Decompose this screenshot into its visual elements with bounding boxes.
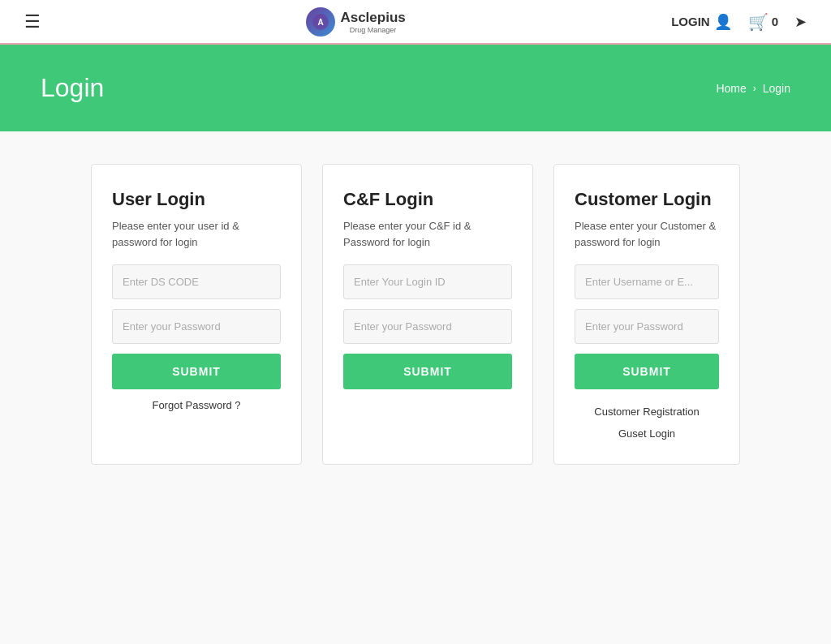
breadcrumb: Home › Login — [716, 82, 790, 95]
cf-login-title: C&F Login — [343, 189, 512, 210]
cf-password-input[interactable] — [343, 309, 512, 344]
guest-login-link[interactable]: Guset Login — [575, 427, 719, 440]
breadcrumb-separator: › — [753, 83, 756, 94]
banner: Login Home › Login — [0, 45, 831, 131]
user-password-input[interactable] — [112, 309, 281, 344]
customer-submit-button[interactable]: SUBMIT — [575, 354, 719, 389]
login-link[interactable]: LOGIN 👤 — [671, 13, 732, 31]
customer-username-input[interactable] — [575, 264, 719, 299]
header-left: ☰ — [24, 11, 41, 32]
customer-login-card: Customer Login Please enter your Custome… — [553, 164, 740, 465]
customer-password-input[interactable] — [575, 309, 719, 344]
breadcrumb-home[interactable]: Home — [716, 82, 746, 95]
customer-registration-link[interactable]: Customer Registration — [575, 406, 719, 418]
cf-login-id-input[interactable] — [343, 264, 512, 299]
user-login-title: User Login — [112, 189, 281, 210]
customer-login-title: Customer Login — [575, 189, 719, 210]
logo-icon: A — [306, 7, 335, 36]
header-right: LOGIN 👤 🛒 0 ➤ — [671, 12, 807, 32]
logo-subtitle: Drug Manager — [340, 26, 405, 34]
login-label: LOGIN — [671, 15, 710, 28]
logo-name: Asclepius — [340, 10, 405, 25]
header: ☰ A Asclepius Drug Manager LOGIN 👤 🛒 0 ➤ — [0, 0, 831, 45]
banner-title: Login — [41, 73, 104, 103]
cf-submit-button[interactable]: SUBMIT — [343, 354, 512, 389]
hamburger-icon[interactable]: ☰ — [24, 11, 41, 32]
cf-login-description: Please enter your C&F id & Password for … — [343, 218, 512, 250]
user-login-card: User Login Please enter your user id & p… — [91, 164, 302, 465]
cart-area[interactable]: 🛒 0 — [748, 12, 778, 32]
user-icon: 👤 — [714, 13, 732, 31]
user-submit-button[interactable]: SUBMIT — [112, 354, 281, 389]
forgot-password-link[interactable]: Forgot Password ? — [112, 399, 281, 411]
navigation-arrow-icon[interactable]: ➤ — [794, 13, 807, 31]
logo-area[interactable]: A Asclepius Drug Manager — [306, 7, 405, 36]
logo-text-block: Asclepius Drug Manager — [340, 10, 405, 34]
customer-login-description: Please enter your Customer & password fo… — [575, 218, 719, 250]
cf-login-card: C&F Login Please enter your C&F id & Pas… — [322, 164, 533, 465]
ds-code-input[interactable] — [112, 264, 281, 299]
svg-text:A: A — [318, 18, 324, 27]
user-login-description: Please enter your user id & password for… — [112, 218, 281, 250]
breadcrumb-current: Login — [763, 82, 790, 95]
main-content: User Login Please enter your user id & p… — [0, 131, 831, 497]
cart-count: 0 — [772, 15, 778, 28]
cart-icon: 🛒 — [748, 12, 769, 32]
